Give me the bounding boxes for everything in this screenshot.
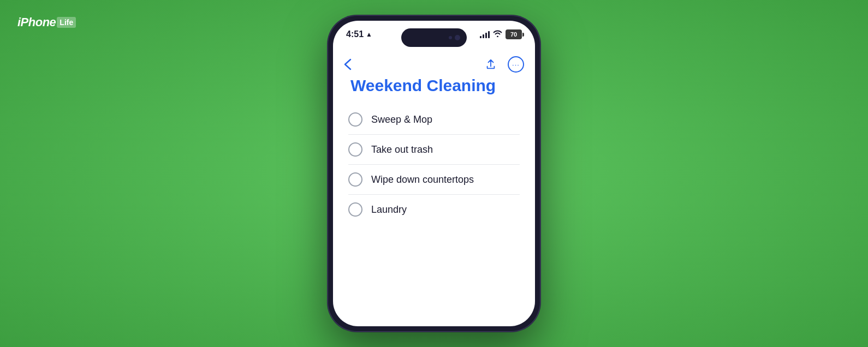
checkbox-3[interactable] xyxy=(348,172,362,187)
checkbox-1[interactable] xyxy=(348,112,362,127)
checkbox-4[interactable] xyxy=(348,202,362,217)
content-area: Weekend Cleaning Sweep & Mop Take out tr… xyxy=(333,76,535,326)
camera-dot-main xyxy=(455,35,460,40)
list-item[interactable]: Take out trash xyxy=(348,135,520,165)
dynamic-island xyxy=(401,28,467,47)
more-button[interactable]: ··· xyxy=(508,56,524,73)
todo-text-4: Laundry xyxy=(371,204,407,216)
list-item[interactable]: Laundry xyxy=(348,195,520,224)
phone-frame: 4:51 ▲ 70 xyxy=(328,15,540,332)
camera-dot-small xyxy=(449,36,452,39)
list-item[interactable]: Wipe down countertops xyxy=(348,165,520,195)
list-item[interactable]: Sweep & Mop xyxy=(348,105,520,135)
battery-icon: 70 xyxy=(506,29,522,39)
todo-text-2: Take out trash xyxy=(371,144,433,155)
nav-bar: ··· xyxy=(333,52,535,76)
phone-screen: 4:51 ▲ 70 xyxy=(333,21,535,326)
nav-actions: ··· xyxy=(481,55,524,74)
status-time: 4:51 ▲ xyxy=(346,29,372,39)
logo-life-text: Life xyxy=(57,17,76,28)
signal-bar-4 xyxy=(488,31,490,38)
signal-bars-icon xyxy=(480,31,490,38)
signal-bar-3 xyxy=(485,33,487,38)
todo-text-3: Wipe down countertops xyxy=(371,174,474,186)
location-arrow-icon: ▲ xyxy=(366,31,372,38)
signal-bar-1 xyxy=(480,36,481,38)
logo-iphone-text: iPhone xyxy=(17,15,56,29)
share-button[interactable] xyxy=(481,55,500,74)
checkbox-2[interactable] xyxy=(348,142,362,157)
status-icons: 70 xyxy=(480,29,522,39)
wifi-icon xyxy=(493,30,502,39)
signal-bar-2 xyxy=(483,34,484,38)
back-button[interactable] xyxy=(344,58,352,70)
todo-list: Sweep & Mop Take out trash Wipe down cou… xyxy=(348,105,520,224)
list-title: Weekend Cleaning xyxy=(348,76,520,95)
battery-level: 70 xyxy=(510,31,517,38)
more-icon: ··· xyxy=(512,61,520,69)
time-display: 4:51 xyxy=(346,29,364,39)
iphone-life-logo: iPhone Life xyxy=(17,15,76,29)
todo-text-1: Sweep & Mop xyxy=(371,114,432,125)
